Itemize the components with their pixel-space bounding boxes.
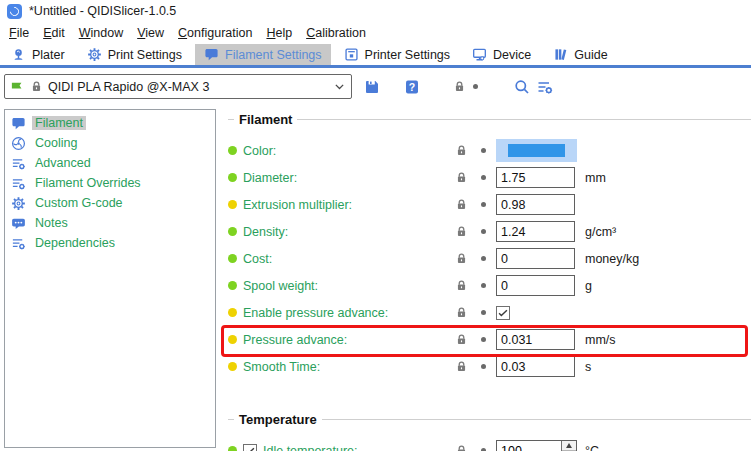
lock-icon[interactable] bbox=[455, 252, 468, 265]
help-icon[interactable]: ? bbox=[404, 79, 420, 95]
filament-icon bbox=[11, 116, 26, 131]
menu-item-label: Calibration bbox=[306, 26, 366, 40]
menu-item-edit[interactable]: Edit bbox=[36, 24, 72, 42]
sidebar-item-label: Advanced bbox=[32, 156, 94, 170]
lock-icon[interactable] bbox=[455, 306, 468, 319]
sidebar-item-notes[interactable]: Notes bbox=[5, 213, 215, 233]
revert-dot[interactable] bbox=[481, 310, 486, 315]
tab-print-settings[interactable]: Print Settings bbox=[78, 44, 191, 65]
lock-icon[interactable] bbox=[455, 198, 468, 211]
tab-guide[interactable]: Guide bbox=[544, 44, 616, 65]
revert-dot[interactable] bbox=[481, 337, 486, 342]
sidebar-item-label: Cooling bbox=[32, 136, 80, 150]
idle-temperature-label: Idle temperature: bbox=[263, 444, 358, 451]
lock-icon[interactable] bbox=[455, 333, 468, 346]
pressure-advance-input[interactable] bbox=[496, 329, 575, 350]
sidebar-item-cooling[interactable]: Cooling bbox=[5, 133, 215, 153]
diameter-unit: mm bbox=[585, 171, 606, 185]
lock-icon[interactable] bbox=[455, 360, 468, 373]
smooth-time-label: Smooth Time: bbox=[243, 360, 320, 374]
settings-sidebar: FilamentCoolingAdvancedFilament Override… bbox=[4, 109, 216, 448]
sidebar-item-dependencies[interactable]: Dependencies bbox=[5, 233, 215, 253]
filament-spool-icon bbox=[10, 79, 25, 94]
revert-dot[interactable] bbox=[481, 283, 486, 288]
spinner-up-button[interactable] bbox=[562, 441, 576, 451]
idle-temperature-input[interactable] bbox=[497, 441, 561, 451]
diameter-label: Diameter: bbox=[243, 171, 297, 185]
menu-item-help[interactable]: Help bbox=[259, 24, 299, 42]
lock-icon[interactable] bbox=[455, 225, 468, 238]
svg-text:?: ? bbox=[409, 80, 415, 92]
tab-plater[interactable]: Plater bbox=[2, 44, 74, 65]
color-swatch-value bbox=[508, 144, 565, 157]
sidebar-item-label: Notes bbox=[32, 216, 71, 230]
revert-dot[interactable] bbox=[481, 148, 486, 153]
setting-row-cost: Cost:money/kg bbox=[228, 245, 751, 272]
menu-item-file[interactable]: File bbox=[2, 24, 36, 42]
sidebar-item-filament-overrides[interactable]: Filament Overrides bbox=[5, 173, 215, 193]
preset-lock-icon[interactable] bbox=[453, 80, 466, 93]
tab-filament-settings[interactable]: Filament Settings bbox=[195, 44, 331, 65]
search-icon[interactable] bbox=[514, 79, 530, 95]
spool-weight-input[interactable] bbox=[496, 275, 575, 296]
tab-bar: PlaterPrint SettingsFilament SettingsPri… bbox=[0, 44, 751, 68]
sidebar-item-advanced[interactable]: Advanced bbox=[5, 153, 215, 173]
preset-bar: QIDI PLA Rapido @X-MAX 3 ? bbox=[0, 68, 751, 105]
sidebar-item-custom-g-code[interactable]: Custom G-code bbox=[5, 193, 215, 213]
idle-temperature-enable-checkbox[interactable] bbox=[243, 444, 257, 451]
spool-weight-unit: g bbox=[585, 279, 592, 293]
density-input[interactable] bbox=[496, 221, 575, 242]
sidebar-item-filament[interactable]: Filament bbox=[5, 113, 215, 133]
menu-item-configuration[interactable]: Configuration bbox=[171, 24, 259, 42]
lock-icon bbox=[30, 80, 43, 93]
enable-pressure-advance-checkbox[interactable] bbox=[496, 306, 510, 320]
setting-row-extrusion-multiplier: Extrusion multiplier: bbox=[228, 191, 751, 218]
cost-input[interactable] bbox=[496, 248, 575, 269]
cost-unit: money/kg bbox=[585, 252, 639, 266]
modified-dot-green bbox=[228, 281, 237, 290]
lock-icon[interactable] bbox=[455, 279, 468, 292]
setting-row-color: Color: bbox=[228, 137, 751, 164]
setting-row-pressure-advance: Pressure advance:mm/s bbox=[228, 326, 751, 353]
lock-icon[interactable] bbox=[455, 444, 468, 451]
color-swatch[interactable] bbox=[496, 139, 577, 162]
lock-icon[interactable] bbox=[455, 171, 468, 184]
menu-item-view[interactable]: View bbox=[130, 24, 171, 42]
tab-device[interactable]: Device bbox=[463, 44, 540, 65]
fan-icon bbox=[11, 136, 26, 151]
extrusion-multiplier-input[interactable] bbox=[496, 194, 575, 215]
plater-icon bbox=[11, 47, 26, 62]
window-title: *Untitled - QIDISlicer-1.0.5 bbox=[29, 4, 176, 18]
revert-dot[interactable] bbox=[481, 229, 486, 234]
diameter-input[interactable] bbox=[496, 167, 575, 188]
tab-printer-settings[interactable]: Printer Settings bbox=[335, 44, 459, 65]
extrusion-multiplier-label: Extrusion multiplier: bbox=[243, 198, 352, 212]
revert-dot[interactable] bbox=[481, 256, 486, 261]
menu-item-calibration[interactable]: Calibration bbox=[299, 24, 373, 42]
section-title: Filament bbox=[234, 112, 297, 127]
preset-select[interactable]: QIDI PLA Rapido @X-MAX 3 bbox=[4, 74, 352, 99]
menu-item-label: View bbox=[137, 26, 164, 40]
idle-temperature-spinbox bbox=[496, 440, 577, 451]
tab-label: Filament Settings bbox=[225, 48, 322, 62]
view-settings-icon[interactable] bbox=[537, 79, 553, 95]
menu-item-label: Help bbox=[266, 26, 292, 40]
menu-item-label: Configuration bbox=[178, 26, 252, 40]
pressure-advance-unit: mm/s bbox=[585, 333, 616, 347]
save-icon[interactable] bbox=[364, 79, 380, 95]
menu-bar: FileEditWindowViewConfigurationHelpCalib… bbox=[0, 22, 751, 44]
lock-icon[interactable] bbox=[455, 144, 468, 157]
revert-dot[interactable] bbox=[481, 364, 486, 369]
menu-item-label: Edit bbox=[43, 26, 65, 40]
sliders-gear-icon bbox=[11, 176, 26, 191]
modified-dot-yellow bbox=[228, 200, 237, 209]
revert-dot[interactable] bbox=[473, 84, 478, 89]
menu-item-window[interactable]: Window bbox=[72, 24, 130, 42]
sliders-gear-icon bbox=[11, 236, 26, 251]
tab-label: Guide bbox=[574, 48, 607, 62]
revert-dot[interactable] bbox=[481, 202, 486, 207]
notes-icon bbox=[11, 216, 26, 231]
smooth-time-input[interactable] bbox=[496, 356, 575, 377]
sidebar-item-label: Dependencies bbox=[32, 236, 118, 250]
revert-dot[interactable] bbox=[481, 175, 486, 180]
